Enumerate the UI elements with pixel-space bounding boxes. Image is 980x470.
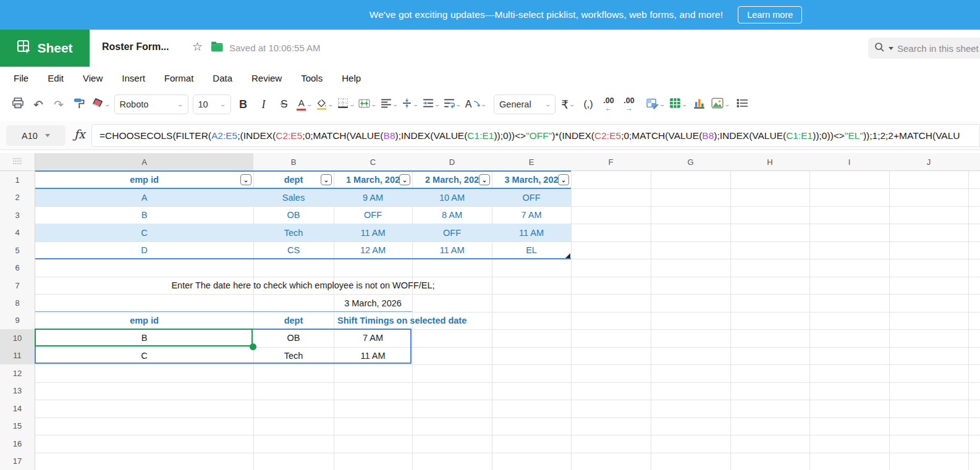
cell-overflow-7[interactable]: Enter The date here to check which emplo… [35,277,571,294]
row-header-2[interactable]: 2 [0,188,35,206]
cell-A10[interactable]: B [35,329,253,346]
format-painter-button[interactable] [71,94,87,114]
text-rotate-button[interactable]: A ⌄ [465,94,486,114]
number-format-select[interactable]: General ⌄ [494,94,555,114]
formula-input[interactable]: =CHOOSECOLS(FILTER(A2:E5;(INDEX(C2:E5;0;… [91,124,980,147]
undo-button[interactable]: ↶ [30,94,46,114]
column-header-D[interactable]: D [412,153,492,171]
cell-A5[interactable]: D [35,241,253,259]
column-header-I[interactable]: I [809,153,889,171]
cell-B9[interactable]: dept [253,312,334,329]
text-wrap-chevron-icon[interactable]: ⌄ [455,101,462,107]
search-scope-chevron-icon[interactable] [889,47,893,50]
column-header-F[interactable]: F [571,153,651,171]
fill-handle[interactable] [250,343,256,350]
increase-decimal-button[interactable]: .00 → [621,94,637,114]
row-header-8[interactable]: 8 [0,294,35,311]
font-family-select[interactable]: Roboto ⌄ [114,94,188,114]
cell-C11[interactable]: 11 AM [334,347,412,364]
row-header-1[interactable]: 1 [0,171,35,188]
strikethrough-button[interactable]: S [276,94,292,114]
cell-D2[interactable]: 10 AM [412,188,492,206]
cell-D5[interactable]: 11 AM [412,241,492,259]
menu-insert[interactable]: Insert [122,73,145,83]
row-header-4[interactable]: 4 [0,224,35,241]
cell-B11[interactable]: Tech [253,347,334,364]
filter-dropdown-icon[interactable]: ⌄ [240,174,251,185]
column-header-E[interactable]: E [492,153,571,171]
redo-button[interactable]: ↷ [51,94,67,114]
filter-dropdown-icon[interactable]: ⌄ [399,174,410,185]
fill-color-chevron-icon[interactable]: ⌄ [327,101,334,107]
column-header-H[interactable]: H [730,153,809,171]
column-header-C[interactable]: C [334,153,412,171]
name-box[interactable]: A10 [6,125,65,146]
cell-D1[interactable]: 2 March, 202⌄ [412,171,492,188]
insert-table-button[interactable]: ⌄ [669,94,687,114]
row-header-17[interactable]: 17 [0,453,35,470]
cell-C1[interactable]: 1 March, 202⌄ [334,171,412,188]
cell-A3[interactable]: B [35,206,253,224]
app-logo[interactable]: Sheet [0,30,90,67]
merge-cells-button[interactable]: ⌄ [358,94,376,114]
cell-E1[interactable]: 3 March, 202⌄ [492,171,571,188]
decrease-decimal-button[interactable]: .00 ← [601,94,617,114]
cell-C3[interactable]: OFF [334,206,412,224]
currency-format-button[interactable]: ₹ ⌄ [560,94,576,114]
fill-color-button[interactable]: ⌄ [317,94,333,114]
menu-format[interactable]: Format [164,73,194,83]
search-input[interactable]: Search in this sheet [868,38,980,59]
cell-E4[interactable]: 11 AM [492,224,571,241]
cell-D4[interactable]: OFF [412,224,492,241]
cell-E2[interactable]: OFF [492,188,571,206]
row-header-11[interactable]: 11 [0,347,35,364]
column-header-B[interactable]: B [253,153,334,171]
cell-C2[interactable]: 9 AM [334,188,412,206]
cell-A4[interactable]: C [35,224,253,241]
cell-C4[interactable]: 11 AM [334,224,412,241]
more-options-button[interactable] [734,94,750,114]
print-button[interactable] [10,94,26,114]
cell-D3[interactable]: 8 AM [412,206,492,224]
menu-data[interactable]: Data [213,73,232,83]
learn-more-button[interactable]: Learn more [738,6,802,23]
insert-table-chevron-icon[interactable]: ⌄ [681,101,688,107]
cell-A1[interactable]: emp id⌄ [35,171,253,188]
cell-C10[interactable]: 7 AM [334,329,412,346]
column-header-J[interactable]: J [889,153,968,171]
cell-B5[interactable]: CS [253,241,334,259]
insert-chart-button[interactable] [691,94,707,114]
row-header-5[interactable]: 5 [0,241,35,259]
bold-button[interactable]: B [235,94,251,114]
row-header-3[interactable]: 3 [0,206,35,224]
insert-image-button[interactable]: ⌄ [711,94,730,114]
currency-chevron-icon[interactable]: ⌄ [569,101,576,107]
cell-overflow-9[interactable]: Shift Timings on selected date [334,312,492,329]
cell-B1[interactable]: dept⌄ [253,171,334,188]
comma-format-button[interactable]: (,) [580,94,596,114]
filter-dropdown-icon[interactable]: ⌄ [321,174,332,185]
row-header-6[interactable]: 6 [0,259,35,276]
row-header-12[interactable]: 12 [0,364,35,382]
menu-tools[interactable]: Tools [301,73,323,83]
eraser-chevron-icon[interactable]: ⌄ [104,101,111,107]
cell-B2[interactable]: Sales [253,188,334,206]
italic-button[interactable]: I [256,94,272,114]
row-header-10[interactable]: 10 [0,329,35,346]
document-title[interactable]: Roster Form... [102,41,169,52]
horizontal-align-button[interactable]: ⌄ [381,94,398,114]
borders-button[interactable]: ⌄ [337,94,355,114]
filter-dropdown-icon[interactable]: ⌄ [479,174,490,185]
font-size-select[interactable]: 10 ⌄ [193,94,231,114]
cell-E3[interactable]: 7 AM [492,206,571,224]
cell-B4[interactable]: Tech [253,224,334,241]
horizontal-align-chevron-icon[interactable]: ⌄ [392,101,399,107]
text-wrap-button[interactable]: ⌄ [444,94,461,114]
merge-cells-chevron-icon[interactable]: ⌄ [371,101,378,107]
cell-C8[interactable]: 3 March, 2026 [334,294,412,311]
cell-E5[interactable]: EL [492,241,571,259]
menu-edit[interactable]: Edit [48,73,64,83]
star-icon[interactable]: ☆ [192,40,203,54]
menu-file[interactable]: File [14,73,28,83]
vertical-align-button[interactable]: ⌄ [402,94,418,114]
